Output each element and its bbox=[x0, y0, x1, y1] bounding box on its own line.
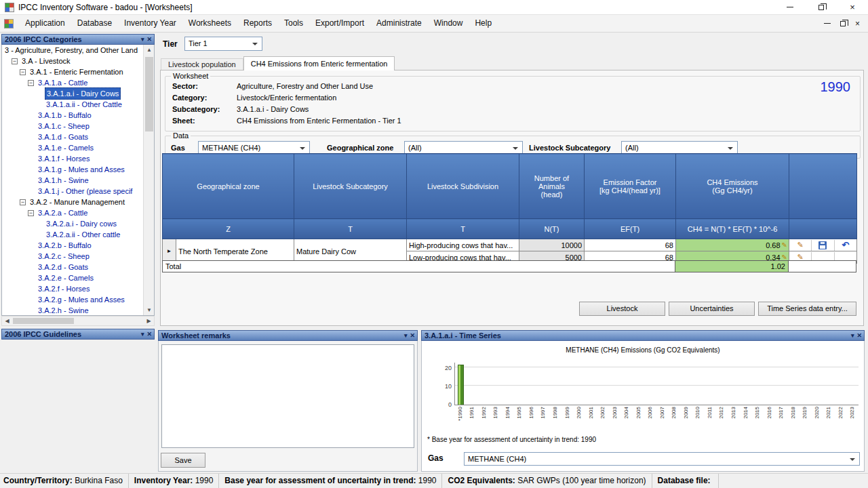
tree-item-3-a-1-b-buffalo[interactable]: 3.A.1.b - Buffalo bbox=[2, 110, 144, 121]
menu-item-worksheets[interactable]: Worksheets bbox=[182, 15, 237, 32]
tree-item-3-a-2-a-i-dairy-cows[interactable]: 3.A.2.a.i - Dairy cows bbox=[2, 218, 144, 229]
tree-item-3-a-2-e-camels[interactable]: 3.A.2.e - Camels bbox=[2, 272, 144, 283]
scroll-left-icon[interactable]: ◀ bbox=[2, 317, 12, 325]
tree-item-3-a-1-enteric-fermentation[interactable]: −3.A.1 - Enteric Fermentation bbox=[2, 66, 144, 77]
col-header-geographical-zone[interactable]: Geographical zone bbox=[163, 154, 294, 219]
tab-ch4-emissions-from-enteric-fermentation[interactable]: CH4 Emissions from Enteric fermentation bbox=[243, 56, 395, 70]
timeseries-gas-select[interactable]: METHANE (CH4) bbox=[464, 452, 860, 466]
chart-x-label: 2018 bbox=[787, 407, 800, 434]
tree-item-3-a-1-a-cattle[interactable]: −3.A.1.a - Cattle bbox=[2, 77, 144, 88]
tree-horizontal-scrollbar[interactable]: ◀ ▶ bbox=[1, 316, 155, 326]
tree-item-3-a-1-c-sheep[interactable]: 3.A.1.c - Sheep bbox=[2, 121, 144, 131]
tree-item-3-a-2-g-mules-and-asses[interactable]: 3.A.2.g - Mules and Asses bbox=[2, 294, 144, 305]
panel-menu-icon[interactable]: ▾ bbox=[851, 331, 854, 340]
panel-close-icon[interactable]: ✕ bbox=[410, 331, 415, 340]
chart-x-label: 2017 bbox=[775, 407, 787, 434]
tree-expander-icon[interactable]: − bbox=[12, 58, 18, 64]
menu-item-export-import[interactable]: Export/Import bbox=[309, 15, 370, 32]
tree-item-3-a-1-f-horses[interactable]: 3.A.1.f - Horses bbox=[2, 153, 144, 164]
save-row-button[interactable] bbox=[812, 240, 834, 251]
guidelines-panel-header[interactable]: 2006 IPCC Guidelines ▾✕ bbox=[1, 329, 155, 340]
mdi-restore-button[interactable] bbox=[840, 21, 846, 26]
scroll-down-icon[interactable]: ▼ bbox=[144, 305, 155, 315]
scroll-up-icon[interactable]: ▲ bbox=[144, 45, 155, 55]
panel-menu-icon[interactable]: ▾ bbox=[404, 331, 408, 340]
menu-item-tools[interactable]: Tools bbox=[278, 15, 309, 32]
menu-item-window[interactable]: Window bbox=[428, 15, 469, 32]
minimize-button[interactable] bbox=[774, 0, 806, 15]
chart-x-label-text: 1992 bbox=[481, 407, 487, 419]
tree-item-3-a-2-b-buffalo[interactable]: 3.A.2.b - Buffalo bbox=[2, 240, 144, 251]
hscrollbar-thumb[interactable] bbox=[13, 318, 74, 324]
cell-animals[interactable]: 10000 bbox=[519, 239, 585, 251]
tree-item-3-a-2-a-ii-other-cattle[interactable]: 3.A.2.a.ii - Other cattle bbox=[2, 229, 144, 240]
tree-item-3-a-2-manure-management[interactable]: −3.A.2 - Manure Management bbox=[2, 197, 144, 207]
cell-subdivision[interactable]: High-producing cows that hav... bbox=[407, 239, 519, 251]
tree-item-3-a-1-d-goats[interactable]: 3.A.1.d - Goats bbox=[2, 131, 144, 142]
tree-item-3-a-1-a-i-dairy-cows[interactable]: 3.A.1.a.i - Dairy Cows bbox=[2, 88, 144, 99]
remarks-textarea[interactable] bbox=[161, 344, 414, 448]
tree-item-3-a-2-c-sheep[interactable]: 3.A.2.c - Sheep bbox=[2, 251, 144, 262]
livestock-button[interactable]: Livestock bbox=[579, 302, 665, 316]
chart-bar-slot bbox=[502, 363, 515, 405]
col-header-emission-factor[interactable]: Emission Factor [kg CH4/(head yr)] bbox=[585, 154, 676, 219]
edit-pencil-icon[interactable]: ✎ bbox=[782, 242, 787, 249]
grid-formula-row: Z T T N(T) EF(T) CH4 = N(T) * EF(T) * 10… bbox=[163, 219, 857, 239]
col-header-number-of-animals[interactable]: Number of Animals (head) bbox=[519, 154, 585, 219]
chart-bar-slot bbox=[479, 363, 491, 405]
cell-ch4-emissions[interactable]: 0.68✎ bbox=[676, 239, 789, 251]
tree-expander-icon[interactable]: − bbox=[20, 199, 26, 205]
undo-row-button[interactable]: ↶ bbox=[835, 240, 856, 251]
tree-item-3-a-1-h-swine[interactable]: 3.A.1.h - Swine bbox=[2, 175, 144, 186]
col-header-livestock-subcategory[interactable]: Livestock Subcategory bbox=[294, 154, 407, 219]
menu-item-database[interactable]: Database bbox=[71, 15, 118, 32]
scroll-right-icon[interactable]: ▶ bbox=[144, 317, 154, 325]
tree-expander-icon[interactable]: − bbox=[28, 80, 34, 86]
restore-button[interactable] bbox=[806, 0, 837, 15]
chart-bar-slot bbox=[467, 363, 479, 405]
menu-item-inventory-year[interactable]: Inventory Year bbox=[118, 15, 182, 32]
panel-menu-icon[interactable]: ▾ bbox=[141, 35, 144, 44]
mdi-close-button[interactable]: × bbox=[855, 19, 860, 28]
chart-x-label: 1996 bbox=[526, 407, 538, 434]
mdi-minimize-button[interactable] bbox=[824, 23, 831, 24]
tier-select[interactable]: Tier 1 bbox=[184, 37, 262, 51]
categories-panel-header[interactable]: 2006 IPCC Categories ▾✕ bbox=[1, 34, 155, 45]
tree-expander-icon[interactable]: − bbox=[20, 69, 26, 75]
tree-item-3-a-1-a-ii-other-cattle[interactable]: 3.A.1.a.ii - Other Cattle bbox=[2, 99, 144, 110]
edit-pencil-icon[interactable]: ✎ bbox=[782, 254, 787, 261]
tree-item-3-a-2-a-cattle[interactable]: −3.A.2.a - Cattle bbox=[2, 207, 144, 218]
tree-item-3-a-2-h-swine[interactable]: 3.A.2.h - Swine bbox=[2, 305, 144, 316]
panel-menu-icon[interactable]: ▾ bbox=[141, 330, 144, 339]
tab-livestock-population[interactable]: Livestock population bbox=[161, 58, 243, 70]
scrollbar-thumb[interactable] bbox=[145, 57, 153, 131]
tree-item-3-a-1-e-camels[interactable]: 3.A.1.e - Camels bbox=[2, 142, 144, 153]
tree-item-3-a-2-f-horses[interactable]: 3.A.2.f - Horses bbox=[2, 283, 144, 294]
close-button[interactable]: × bbox=[837, 0, 868, 15]
col-header-ch4-emissions[interactable]: CH4 Emissions (Gg CH4/yr) bbox=[676, 154, 789, 219]
edit-row-button[interactable]: ✎ bbox=[789, 240, 812, 251]
menu-item-reports[interactable]: Reports bbox=[237, 15, 278, 32]
tree-item-3-a-livestock[interactable]: −3.A - Livestock bbox=[2, 56, 144, 66]
remarks-panel-header[interactable]: Worksheet remarks ▾✕ bbox=[158, 330, 418, 341]
panel-close-icon[interactable]: ✕ bbox=[856, 331, 862, 340]
timeseries-panel-header[interactable]: 3.A.1.a.i - Time Series ▾✕ bbox=[421, 330, 865, 341]
time-series-data-entry-button[interactable]: Time Series data entry... bbox=[758, 302, 856, 316]
panel-close-icon[interactable]: ✕ bbox=[146, 35, 152, 44]
panel-close-icon[interactable]: ✕ bbox=[146, 330, 152, 339]
cell-emission-factor[interactable]: 68 bbox=[585, 239, 676, 251]
col-header-livestock-subdivision[interactable]: Livestock Subdivision bbox=[407, 154, 519, 219]
status-segment-label: Country/Territory: bbox=[3, 476, 73, 485]
menu-item-application[interactable]: Application bbox=[19, 15, 71, 32]
tree-item-3-a-1-j-other-please-specif[interactable]: 3.A.1.j - Other (please specif bbox=[2, 186, 144, 197]
tree-item-3-a-1-g-mules-and-asses[interactable]: 3.A.1.g - Mules and Asses bbox=[2, 164, 144, 175]
tree-vertical-scrollbar[interactable]: ▲ ▼ bbox=[143, 45, 154, 315]
menu-item-administrate[interactable]: Administrate bbox=[370, 15, 428, 32]
menu-item-help[interactable]: Help bbox=[469, 15, 498, 32]
tree-item-3-a-2-d-goats[interactable]: 3.A.2.d - Goats bbox=[2, 262, 144, 272]
uncertainties-button[interactable]: Uncertainties bbox=[669, 302, 755, 316]
tree-expander-icon[interactable]: − bbox=[28, 210, 34, 216]
tree-item-3-agriculture-forestry-and-other-land[interactable]: 3 - Agriculture, Forestry, and Other Lan… bbox=[2, 45, 144, 56]
save-remarks-button[interactable]: Save bbox=[161, 453, 205, 468]
application-window: IPCC Inventory Software - badou - [Works… bbox=[0, 0, 868, 488]
